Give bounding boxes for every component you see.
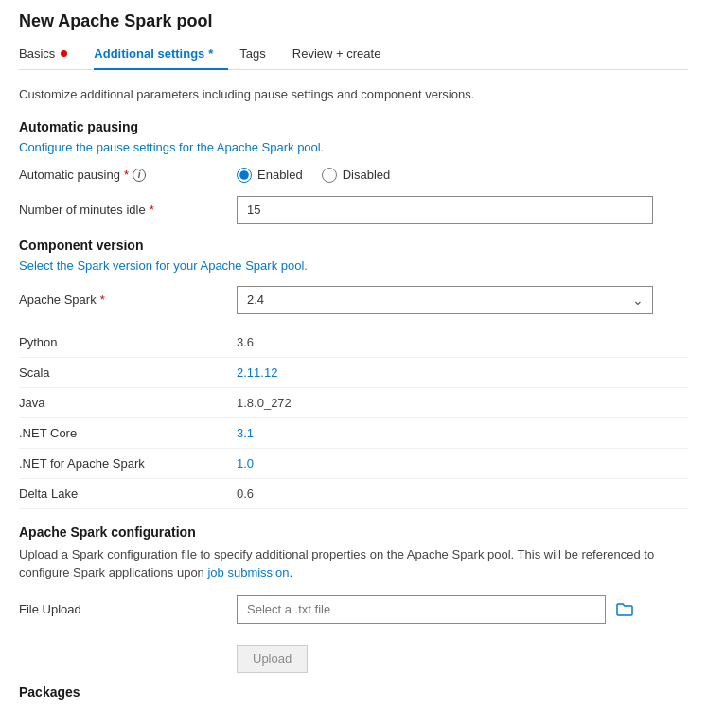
component-row-java: Java 1.8.0_272 xyxy=(19,388,688,418)
info-icon[interactable]: i xyxy=(133,169,146,182)
component-value-java: 1.8.0_272 xyxy=(237,396,292,410)
component-row-dotnet-core: .NET Core 3.1 xyxy=(19,418,688,449)
apache-spark-row: Apache Spark * 2.4 xyxy=(19,286,688,314)
component-version-section: Component version Select the Spark versi… xyxy=(19,238,688,509)
component-row-scala: Scala 2.11.12 xyxy=(19,358,688,388)
idle-minutes-input[interactable] xyxy=(237,196,653,224)
tab-basics[interactable]: Basics xyxy=(19,39,82,70)
apache-spark-required: * xyxy=(100,293,105,307)
component-name-delta-lake: Delta Lake xyxy=(19,487,237,501)
radio-disabled-input[interactable] xyxy=(322,168,337,183)
component-table: Python 3.6 Scala 2.11.12 Java 1.8.0_272 … xyxy=(19,328,688,509)
tab-basics-dot xyxy=(61,50,67,57)
idle-minutes-required: * xyxy=(150,203,154,217)
automatic-pausing-title: Automatic pausing xyxy=(19,119,688,134)
packages-section: Packages xyxy=(19,684,688,700)
component-row-dotnet-spark: .NET for Apache Spark 1.0 xyxy=(19,449,688,479)
file-upload-label: File Upload xyxy=(19,602,237,616)
component-value-delta-lake: 0.6 xyxy=(237,487,254,501)
tab-additional-settings[interactable]: Additional settings * xyxy=(94,39,228,70)
component-name-dotnet-core: .NET Core xyxy=(19,426,237,440)
component-name-java: Java xyxy=(19,396,237,410)
component-version-title: Component version xyxy=(19,238,688,253)
idle-minutes-row: Number of minutes idle * xyxy=(19,196,688,224)
page-description: Customize additional parameters includin… xyxy=(19,85,688,104)
tab-review-create[interactable]: Review + create xyxy=(292,39,397,70)
tab-tags[interactable]: Tags xyxy=(239,39,280,70)
file-upload-row: File Upload xyxy=(19,595,688,624)
file-upload-input[interactable] xyxy=(237,595,606,624)
apache-spark-select-wrapper: 2.4 xyxy=(237,286,653,314)
radio-enabled[interactable]: Enabled xyxy=(237,168,303,183)
tab-basics-label: Basics xyxy=(19,46,55,61)
component-version-subtitle: Select the Spark version for your Apache… xyxy=(19,258,688,273)
automatic-pausing-radio-group: Enabled Disabled xyxy=(237,168,390,183)
job-submission-link[interactable]: job submission xyxy=(207,565,289,579)
idle-minutes-label: Number of minutes idle * xyxy=(19,203,237,217)
automatic-pausing-row: Automatic pausing * i Enabled Disabled xyxy=(19,168,688,183)
page-title: New Apache Spark pool xyxy=(19,11,688,31)
tab-additional-settings-label: Additional settings xyxy=(94,46,204,61)
automatic-pausing-section: Automatic pausing Configure the pause se… xyxy=(19,119,688,224)
radio-enabled-input[interactable] xyxy=(237,168,252,183)
spark-configuration-title: Apache Spark configuration xyxy=(19,524,688,540)
upload-button[interactable]: Upload xyxy=(237,645,308,673)
component-value-dotnet-core: 3.1 xyxy=(237,426,254,440)
radio-disabled[interactable]: Disabled xyxy=(322,168,391,183)
automatic-pausing-label: Automatic pausing * i xyxy=(19,168,237,182)
spark-configuration-description: Upload a Spark configuration file to spe… xyxy=(19,545,688,582)
component-name-scala: Scala xyxy=(19,365,237,380)
spark-configuration-section: Apache Spark configuration Upload a Spar… xyxy=(19,524,688,673)
component-row-delta-lake: Delta Lake 0.6 xyxy=(19,479,688,509)
tab-additional-settings-asterisk: * xyxy=(208,46,213,61)
nav-tabs: Basics Additional settings * Tags Review… xyxy=(19,39,688,70)
component-value-dotnet-spark: 1.0 xyxy=(237,456,254,471)
apache-spark-select[interactable]: 2.4 xyxy=(237,286,653,314)
tab-review-create-label: Review + create xyxy=(292,46,381,61)
component-value-python: 3.6 xyxy=(237,335,254,349)
tab-tags-label: Tags xyxy=(239,46,265,61)
automatic-pausing-required: * xyxy=(124,168,129,182)
component-name-python: Python xyxy=(19,335,237,349)
component-name-dotnet-spark: .NET for Apache Spark xyxy=(19,456,237,471)
radio-enabled-label: Enabled xyxy=(257,168,303,182)
component-value-scala: 2.11.12 xyxy=(237,365,277,380)
apache-spark-label: Apache Spark * xyxy=(19,293,237,307)
component-row-python: Python 3.6 xyxy=(19,328,688,358)
packages-title: Packages xyxy=(19,684,688,700)
folder-browse-button[interactable] xyxy=(611,596,638,623)
automatic-pausing-subtitle: Configure the pause settings for the Apa… xyxy=(19,140,688,154)
radio-disabled-label: Disabled xyxy=(343,168,391,182)
